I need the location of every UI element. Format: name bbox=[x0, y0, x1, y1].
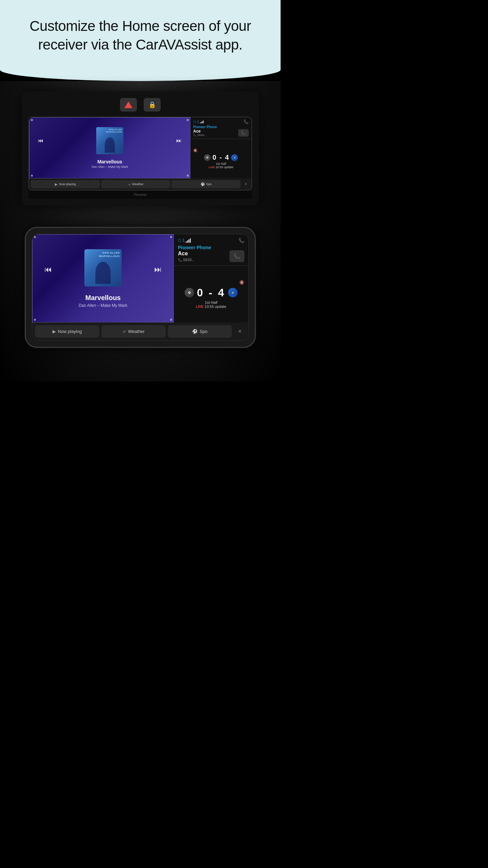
phone-status-icons: ⬡ 1 bbox=[193, 120, 204, 124]
info-panel-large: ⬡ 1 📞 Pioneer P bbox=[174, 234, 248, 322]
song-title-large: Marvellous bbox=[85, 294, 121, 302]
vent-7 bbox=[133, 210, 134, 220]
tab-sports-large[interactable]: ⚽ Spo bbox=[168, 325, 232, 338]
album-figure-small bbox=[105, 137, 115, 153]
live-badge-small: LIVE bbox=[209, 166, 215, 169]
live-text-small: LIVE 10:55 update bbox=[193, 165, 249, 169]
contact-detail-small: 📞 10/10... bbox=[193, 134, 206, 137]
now-playing-icon-small: ▶ bbox=[55, 182, 58, 186]
phone-section-wrapper: ⏮ DAN ALLENMARVELLOUS ⏭ Marvellous Dan A… bbox=[14, 224, 267, 361]
music-panel-inner: ⏮ DAN ALLENMARVELLOUS ⏭ Marvellous Dan A… bbox=[33, 127, 187, 169]
tab-now-playing-large[interactable]: ▶ Now playing bbox=[35, 325, 99, 338]
brand-label-small: Pioneer bbox=[134, 193, 147, 197]
corner-handle-lg-tl bbox=[34, 236, 36, 238]
tab-weather-small[interactable]: ⤾ Weather bbox=[101, 180, 170, 188]
phone-call-icon-small[interactable]: 📞 bbox=[244, 119, 249, 124]
weather-icon-small: ⤾ bbox=[128, 182, 131, 186]
vent-8 bbox=[135, 210, 136, 220]
contact-detail-large: 📞 10/10... bbox=[178, 258, 194, 262]
vent-2 bbox=[122, 210, 124, 220]
sports-label-small: Spo bbox=[206, 182, 211, 186]
music-panel-small: ⏮ DAN ALLENMARVELLOUS ⏭ Marvellous Dan A… bbox=[29, 117, 190, 178]
hazard-button[interactable] bbox=[120, 98, 137, 112]
signal-bar-4 bbox=[203, 120, 204, 123]
song-title-small: Marvellous bbox=[97, 159, 122, 164]
contact-number-lg: 10/10... bbox=[183, 258, 194, 262]
tab-bar-large: ▶ Now playing ⤾ Weather ⚽ Spo × bbox=[32, 322, 248, 340]
vent-16 bbox=[151, 210, 152, 220]
prev-button-small[interactable]: ⏮ bbox=[38, 138, 43, 144]
bluetooth-icon-large: ⬡ 1 bbox=[178, 238, 185, 243]
vent-3 bbox=[124, 210, 126, 220]
mute-icon: 🔇 bbox=[239, 280, 244, 285]
dashboard-section: 🔒 ⏮ DAN ALLENMARVELLOUS bbox=[0, 81, 281, 381]
transport-controls-small: ⏮ DAN ALLENMARVELLOUS ⏭ bbox=[33, 127, 187, 154]
vent-10 bbox=[139, 210, 140, 220]
next-button-large[interactable]: ⏭ bbox=[154, 265, 162, 274]
headline: Customize the Home screen of your receiv… bbox=[20, 17, 260, 54]
score-row-large: ⚽ 0 - 4 ⚡ bbox=[178, 287, 244, 299]
phone-screen: ⏮ DAN ALLENMARVELLOUS ⏭ Marvellous Dan A… bbox=[32, 234, 249, 341]
vent-11 bbox=[141, 210, 142, 220]
tab-sports-small[interactable]: ⚽ Spo bbox=[171, 180, 241, 188]
sports-section-large: 🔇 ⚽ 0 - 4 ⚡ 1st Half LIVE bbox=[174, 266, 248, 322]
album-art-small: DAN ALLENMARVELLOUS bbox=[96, 127, 123, 154]
corner-handle-br bbox=[187, 175, 189, 177]
vent-17 bbox=[153, 210, 154, 220]
car-screen-unit: ⏮ DAN ALLENMARVELLOUS ⏭ Marvellous Dan A… bbox=[28, 117, 252, 191]
close-tab-small[interactable]: × bbox=[242, 180, 250, 188]
song-artist-large: Dan Allen – Make My Mark bbox=[79, 303, 127, 308]
sports-icon-tab-small: ⚽ bbox=[201, 182, 205, 186]
update-time-small: 10:55 update bbox=[216, 165, 233, 169]
now-playing-icon-large: ▶ bbox=[53, 329, 56, 334]
vent-19 bbox=[157, 210, 158, 220]
close-tab-large[interactable]: × bbox=[234, 325, 246, 338]
music-panel-large: ⏮ DAN ALLENMARVELLOUS ⏭ Marvellous Dan A… bbox=[32, 234, 174, 322]
phone-header-large: ⬡ 1 📞 bbox=[178, 238, 244, 243]
corner-handle-tr bbox=[187, 119, 189, 121]
weather-icon-large: ⤾ bbox=[122, 329, 126, 334]
vent-18 bbox=[155, 210, 156, 220]
signal-bar-lg-3 bbox=[188, 239, 189, 243]
vent-6 bbox=[130, 210, 132, 220]
mute-icon-large: 🔇 bbox=[178, 280, 244, 285]
contact-name-large: Ace bbox=[178, 251, 194, 257]
tab-weather-large[interactable]: ⤾ Weather bbox=[101, 325, 166, 338]
signal-bar-2 bbox=[201, 122, 202, 123]
now-playing-label-large: Now playing bbox=[58, 329, 82, 334]
contact-info-small: Ace 📞 10/10... 📞 bbox=[193, 129, 249, 137]
pioneer-brand-small: Pioneer bbox=[28, 191, 252, 199]
phone-icon-tiny: 📞 bbox=[193, 134, 197, 137]
phone-call-icon-large[interactable]: 📞 bbox=[239, 238, 244, 243]
lock-icon: 🔒 bbox=[148, 101, 156, 108]
call-button-large[interactable]: 📞 bbox=[229, 250, 244, 262]
phone-screen-content: ⏮ DAN ALLENMARVELLOUS ⏭ Marvellous Dan A… bbox=[32, 234, 248, 322]
info-panel-small: ⬡ 1 📞 Pioneer Phone bbox=[190, 117, 251, 178]
album-art-label-large: DAN ALLENMARVELLOUS bbox=[99, 251, 120, 258]
score-text-large: 0 - 4 bbox=[197, 287, 225, 299]
close-icon-large: × bbox=[238, 328, 242, 335]
team-badge-home-large: ⚽ bbox=[185, 288, 194, 297]
team-badge-home-small: ⚽ bbox=[204, 154, 211, 161]
corner-handle-lg-tr bbox=[170, 236, 172, 238]
signal-bars-large bbox=[186, 238, 191, 243]
phone-section-large: ⬡ 1 📞 Pioneer P bbox=[174, 234, 248, 266]
half-text-small: 1st Half bbox=[193, 162, 249, 165]
transport-controls-large: ⏮ DAN ALLENMARVELLOUS ⏭ bbox=[38, 249, 168, 290]
contact-details-col: Ace 📞 10/10... bbox=[193, 129, 206, 137]
call-button-small[interactable]: 📞 bbox=[238, 129, 249, 137]
contact-name-small: Ace bbox=[193, 129, 206, 134]
corner-handle-tl bbox=[31, 119, 33, 121]
dash-buttons-row: 🔒 bbox=[28, 98, 252, 112]
vent-14 bbox=[147, 210, 148, 220]
half-text-large: 1st Half bbox=[178, 300, 244, 304]
prev-button-large[interactable]: ⏮ bbox=[44, 265, 52, 274]
tab-now-playing-small[interactable]: ▶ Now playing bbox=[31, 180, 100, 188]
match-status-small: 1st Half LIVE 10:55 update bbox=[193, 162, 249, 169]
live-badge-large: LIVE bbox=[196, 305, 203, 309]
song-artist-small: Dan Allen – Make My Mark bbox=[92, 165, 128, 169]
lock-button[interactable]: 🔒 bbox=[144, 98, 161, 112]
next-button-small[interactable]: ⏭ bbox=[176, 138, 182, 144]
album-figure-large bbox=[96, 262, 111, 284]
sports-label-large: Spo bbox=[200, 329, 207, 334]
